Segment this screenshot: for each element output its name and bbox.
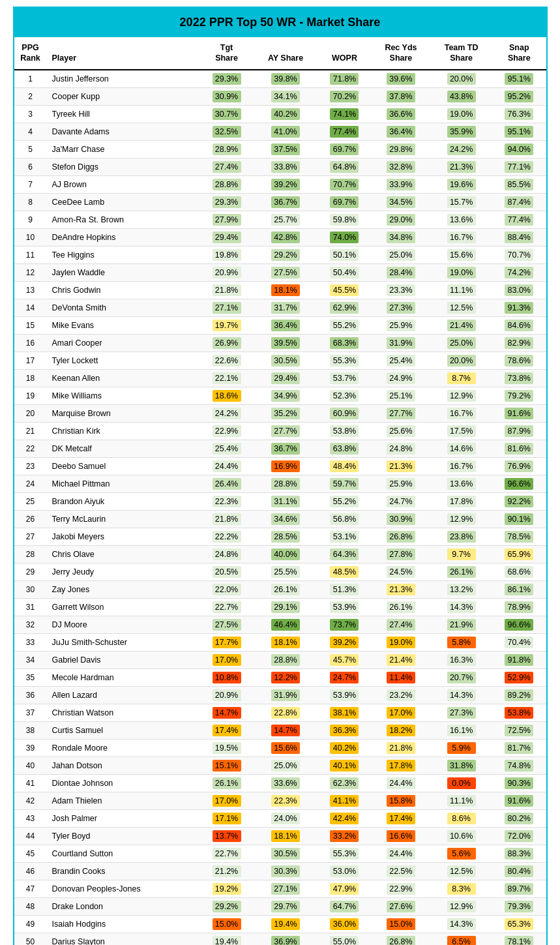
- player-cell: Jahan Dotson: [47, 757, 200, 774]
- stat-cell: 27.5%: [199, 616, 253, 633]
- stat-cell: 26.1%: [254, 580, 318, 598]
- stat-cell: 20.5%: [199, 563, 253, 580]
- stat-cell: 50.1%: [317, 246, 371, 263]
- stat-cell: 55.2%: [317, 492, 371, 510]
- player-cell: Marquise Brown: [47, 404, 200, 422]
- stat-cell: 17.7%: [199, 633, 253, 651]
- stat-cell: 56.8%: [317, 510, 371, 528]
- rank-cell: 42: [14, 792, 47, 809]
- stat-cell: 9.7%: [430, 545, 492, 563]
- stat-cell: 41.0%: [254, 123, 318, 140]
- rec-yds-share-header: Rec YdsShare: [372, 37, 430, 70]
- stat-cell: 70.4%: [492, 633, 546, 651]
- stat-cell: 23.8%: [430, 528, 492, 545]
- stat-cell: 32.5%: [199, 123, 253, 140]
- stat-cell: 33.8%: [254, 158, 318, 175]
- stat-cell: 21.4%: [430, 316, 492, 334]
- player-cell: DeVonta Smith: [47, 299, 200, 316]
- stat-cell: 90.1%: [492, 510, 546, 528]
- stat-cell: 77.4%: [317, 123, 371, 140]
- rank-cell: 33: [14, 633, 47, 651]
- stat-cell: 11.1%: [430, 792, 492, 809]
- stat-cell: 15.0%: [372, 915, 430, 933]
- player-cell: DK Metcalf: [47, 440, 200, 457]
- player-cell: Mike Evans: [47, 316, 200, 334]
- rank-cell: 13: [14, 281, 47, 299]
- player-cell: Michael Pittman: [47, 475, 200, 492]
- stat-cell: 69.7%: [317, 193, 371, 211]
- stat-cell: 40.2%: [317, 739, 371, 757]
- stat-cell: 16.6%: [372, 827, 430, 845]
- stat-cell: 16.7%: [430, 228, 492, 246]
- stat-cell: 19.2%: [199, 880, 253, 897]
- stat-cell: 88.4%: [492, 228, 546, 246]
- stat-cell: 96.6%: [492, 475, 546, 492]
- rank-cell: 10: [14, 228, 47, 246]
- rank-cell: 5: [14, 140, 47, 158]
- stat-cell: 40.1%: [317, 757, 371, 774]
- rank-cell: 37: [14, 704, 47, 721]
- stat-cell: 28.8%: [254, 475, 318, 492]
- table-row: 48Drake London29.2%29.7%64.7%27.6%12.9%7…: [14, 897, 546, 915]
- stat-cell: 70.7%: [317, 175, 371, 193]
- stat-cell: 30.5%: [254, 845, 318, 862]
- stat-cell: 11.4%: [372, 668, 430, 686]
- rank-cell: 49: [14, 915, 47, 933]
- stat-cell: 12.9%: [430, 897, 492, 915]
- stat-cell: 21.2%: [199, 862, 253, 880]
- rank-cell: 8: [14, 193, 47, 211]
- stat-cell: 72.5%: [492, 721, 546, 739]
- stat-cell: 32.8%: [372, 158, 430, 175]
- stat-cell: 40.2%: [254, 105, 318, 123]
- stat-cell: 52.3%: [317, 387, 371, 404]
- stat-cell: 42.8%: [254, 228, 318, 246]
- stat-cell: 78.6%: [492, 352, 546, 369]
- stat-cell: 18.1%: [254, 281, 318, 299]
- stat-cell: 36.4%: [254, 316, 318, 334]
- stat-cell: 13.7%: [199, 827, 253, 845]
- stat-cell: 29.8%: [372, 140, 430, 158]
- stat-cell: 81.7%: [492, 739, 546, 757]
- tgt-share-header: TgtShare: [199, 37, 253, 70]
- table-row: 5Ja'Marr Chase28.9%37.5%69.7%29.8%24.2%9…: [14, 140, 546, 158]
- stat-cell: 92.2%: [492, 492, 546, 510]
- player-cell: Isaiah Hodgins: [47, 915, 200, 933]
- stat-cell: 68.3%: [317, 334, 371, 352]
- stat-cell: 24.0%: [254, 809, 318, 827]
- stat-cell: 53.9%: [317, 598, 371, 616]
- player-cell: Tyler Boyd: [47, 827, 200, 845]
- stat-cell: 26.4%: [199, 475, 253, 492]
- table-row: 18Keenan Allen22.1%29.4%53.7%24.9%8.7%73…: [14, 369, 546, 387]
- stat-cell: 24.2%: [430, 140, 492, 158]
- stat-cell: 94.0%: [492, 140, 546, 158]
- stat-cell: 25.7%: [254, 211, 318, 228]
- rank-cell: 17: [14, 352, 47, 369]
- stat-cell: 36.9%: [254, 933, 318, 945]
- stat-cell: 31.9%: [254, 686, 318, 704]
- stat-cell: 18.6%: [199, 387, 253, 404]
- stat-cell: 17.1%: [199, 809, 253, 827]
- stat-cell: 22.2%: [199, 528, 253, 545]
- stat-cell: 64.7%: [317, 897, 371, 915]
- stat-cell: 65.9%: [492, 545, 546, 563]
- stat-cell: 19.0%: [430, 105, 492, 123]
- stat-cell: 31.1%: [254, 492, 318, 510]
- player-cell: Amon-Ra St. Brown: [47, 211, 200, 228]
- stat-cell: 62.3%: [317, 774, 371, 792]
- stat-cell: 17.0%: [372, 704, 430, 721]
- rank-cell: 34: [14, 651, 47, 668]
- stat-cell: 86.1%: [492, 580, 546, 598]
- player-cell: Zay Jones: [47, 580, 200, 598]
- stat-cell: 83.0%: [492, 281, 546, 299]
- stat-cell: 85.5%: [492, 175, 546, 193]
- stat-cell: 51.3%: [317, 580, 371, 598]
- stat-cell: 16.3%: [430, 651, 492, 668]
- stat-cell: 26.8%: [372, 528, 430, 545]
- stat-cell: 45.5%: [317, 281, 371, 299]
- main-container: 2022 PPR Top 50 WR - Market Share PPGRan…: [13, 7, 548, 945]
- stat-cell: 6.5%: [430, 933, 492, 945]
- stat-cell: 25.0%: [372, 246, 430, 263]
- player-cell: Chris Olave: [47, 545, 200, 563]
- stat-cell: 74.1%: [317, 105, 371, 123]
- stat-cell: 39.6%: [372, 70, 430, 88]
